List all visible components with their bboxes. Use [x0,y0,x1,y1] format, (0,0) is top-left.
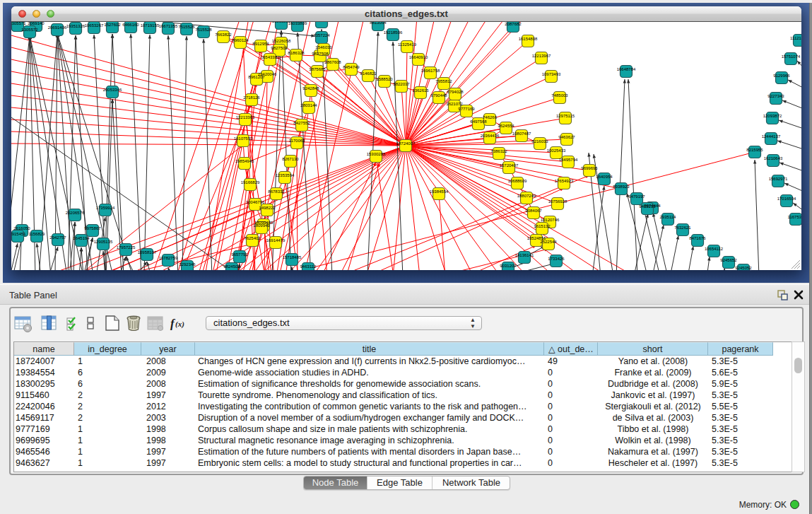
svg-text:9463627: 9463627 [558,135,575,139]
svg-text:10958107: 10958107 [138,250,157,255]
svg-text:16107553: 16107553 [234,136,253,141]
svg-text:20206576: 20206576 [66,211,85,215]
svg-text:20364436: 20364436 [481,134,500,138]
svg-text:9699695: 9699695 [581,166,598,170]
svg-text:16640910: 16640910 [409,55,428,59]
svg-text:10688609: 10688609 [508,179,527,183]
svg-text:15300285: 15300285 [367,152,386,156]
svg-text:19384554: 19384554 [430,189,449,194]
svg-text:10756928: 10756928 [548,199,567,204]
svg-text:15226058: 15226058 [272,39,291,43]
svg-text:12905135: 12905135 [94,240,113,244]
svg-text:2718126: 2718126 [243,95,260,100]
svg-text:10025433: 10025433 [547,148,566,153]
svg-text:9827503: 9827503 [271,46,288,50]
svg-text:17016504: 17016504 [777,197,796,201]
svg-text:15692971: 15692971 [769,177,788,181]
svg-text:7632621: 7632621 [674,226,691,230]
svg-text:7955812: 7955812 [435,79,452,83]
svg-text:2867608: 2867608 [324,60,341,64]
svg-text:5822037: 5822037 [393,82,410,86]
svg-text:746266: 746266 [483,115,498,119]
svg-text:6216033: 6216033 [531,139,548,144]
svg-text:8960124: 8960124 [232,38,249,42]
svg-text:16914479: 16914479 [266,238,286,243]
svg-text:1588520: 1588520 [376,77,393,81]
svg-text:9824502: 9824502 [223,264,240,269]
svg-text:19166829: 19166829 [241,180,260,185]
svg-text:16543382: 16543382 [261,55,280,59]
svg-text:1546033: 1546033 [315,45,332,49]
svg-text:7663822: 7663822 [215,33,232,37]
svg-text:20691406: 20691406 [48,25,67,30]
svg-text:1362615: 1362615 [412,88,429,93]
svg-text:16671355: 16671355 [159,24,178,28]
svg-text:6479197: 6479197 [628,194,645,199]
svg-text:7386322: 7386322 [490,149,507,153]
svg-text:10807487: 10807487 [512,132,531,136]
svg-text:15720407: 15720407 [500,163,519,168]
svg-text:8427552: 8427552 [293,121,310,125]
svg-text:8215955: 8215955 [746,148,763,152]
svg-text:12093872: 12093872 [763,114,782,118]
svg-text:8961207: 8961207 [248,75,265,79]
svg-text:9245052: 9245052 [735,266,752,270]
svg-text:17359924: 17359924 [96,206,115,210]
svg-text:7515526: 7515526 [178,25,195,29]
svg-text:17957225: 17957225 [117,245,136,250]
svg-text:8938923: 8938923 [613,185,630,189]
svg-text:1167533: 1167533 [788,215,801,219]
svg-text:1498222: 1498222 [259,206,276,210]
svg-text:6466160: 6466160 [122,23,139,27]
svg-text:9084067: 9084067 [525,209,542,213]
svg-text:16648784: 16648784 [617,67,636,71]
svg-text:3875685: 3875685 [309,67,326,71]
svg-text:9242848: 9242848 [302,86,319,90]
svg-text:1809949: 1809949 [253,223,270,228]
svg-text:1156829: 1156829 [29,232,46,236]
svg-text:16210643: 16210643 [764,156,783,160]
svg-text:9777169: 9777169 [458,107,475,111]
svg-text:2803144: 2803144 [300,103,317,107]
svg-text:6497568: 6497568 [470,119,487,124]
svg-text:7357224: 7357224 [313,33,330,37]
svg-text:10654112: 10654112 [705,247,724,251]
svg-text:12975115: 12975115 [556,114,575,118]
svg-text:9227343: 9227343 [767,94,784,98]
svg-text:9129966: 9129966 [773,74,790,78]
svg-text:19351326: 19351326 [66,24,86,28]
svg-text:(x): (x) [175,320,184,329]
svg-text:9463112: 9463112 [300,264,317,269]
svg-text:10120746: 10120746 [541,218,560,222]
svg-text:8454749: 8454749 [343,65,360,69]
svg-text:19854945: 19854945 [235,159,254,163]
svg-text:10719155: 10719155 [141,23,160,28]
svg-text:18724007: 18724007 [396,141,416,146]
svg-text:7485003: 7485003 [551,93,568,98]
svg-text:1305571: 1305571 [11,22,26,25]
svg-text:9657791: 9657791 [231,252,248,257]
svg-text:16961758: 16961758 [421,69,440,73]
svg-text:2522544: 2522544 [540,240,557,244]
svg-text:16495794: 16495794 [559,158,578,162]
svg-text:2616050: 2616050 [13,226,30,230]
svg-text:20053346: 20053346 [103,88,122,92]
svg-text:16782759: 16782759 [159,256,178,260]
svg-text:8186328: 8186328 [288,51,305,55]
svg-text:8267130: 8267130 [282,157,299,161]
svg-text:11121043: 11121043 [790,36,801,40]
svg-text:8912954: 8912954 [252,42,269,46]
svg-text:19218506: 19218506 [384,30,403,35]
svg-text:1305572: 1305572 [21,28,38,32]
svg-text:3915451: 3915451 [11,232,26,236]
svg-text:15718485: 15718485 [283,255,302,259]
svg-text:1292346: 1292346 [179,262,196,267]
svg-text:1527602: 1527602 [104,23,121,27]
svg-text:1621072: 1621072 [446,102,463,106]
svg-text:1615132: 1615132 [534,224,551,228]
svg-text:1733426: 1733426 [548,257,565,261]
svg-text:9827508: 9827508 [312,52,329,56]
svg-text:7515528: 7515528 [195,28,212,32]
svg-text:15751074: 15751074 [782,54,801,59]
svg-text:8678332: 8678332 [268,189,285,194]
